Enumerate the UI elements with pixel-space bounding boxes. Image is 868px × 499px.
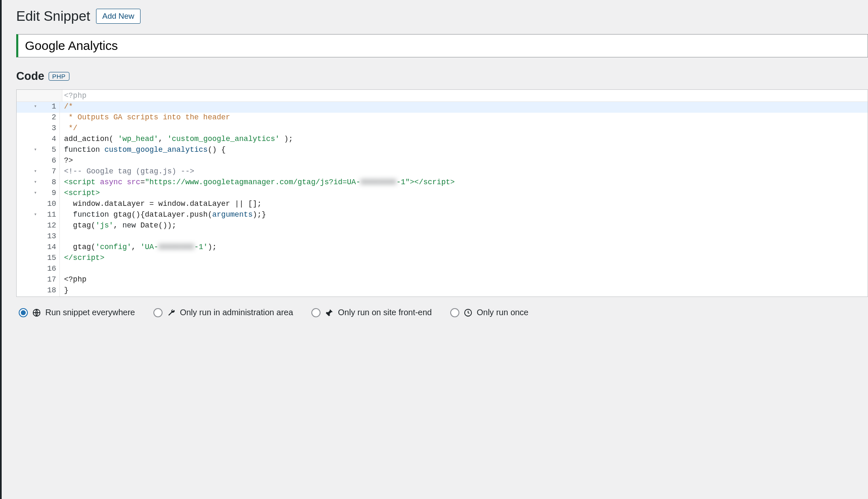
code-line[interactable]: 18} bbox=[17, 286, 868, 296]
run-option-label: Only run on site front-end bbox=[338, 308, 432, 317]
line-content[interactable]: window.dataLayer = window.dataLayer || [… bbox=[62, 199, 261, 210]
fold-gutter bbox=[28, 232, 42, 242]
line-content[interactable]: </script> bbox=[62, 253, 104, 264]
line-number: 3 bbox=[42, 124, 60, 134]
line-content[interactable]: /* bbox=[62, 102, 73, 113]
line-content[interactable]: function custom_google_analytics() { bbox=[62, 145, 226, 156]
code-line[interactable]: 14 gtag('config', 'UA-XXXXXXXX-1'); bbox=[17, 242, 868, 253]
code-line[interactable]: 12 gtag('js', new Date()); bbox=[17, 221, 868, 232]
clock-icon bbox=[464, 308, 473, 317]
code-section-label: Code bbox=[16, 70, 44, 83]
code-line[interactable]: 6?> bbox=[17, 156, 868, 167]
line-content[interactable]: <script async src="https://www.googletag… bbox=[62, 178, 455, 188]
wrench-icon bbox=[167, 308, 176, 317]
code-line[interactable]: 13 bbox=[17, 232, 868, 242]
fold-gutter[interactable]: ▾ bbox=[28, 145, 42, 156]
code-line[interactable]: ▾7<!-- Google tag (gtag.js) --> bbox=[17, 167, 868, 178]
run-location-options: Run snippet everywhereOnly run in admini… bbox=[16, 297, 868, 319]
globe-icon bbox=[32, 308, 41, 317]
code-line[interactable]: 2 * Outputs GA scripts into the header bbox=[17, 113, 868, 124]
code-line[interactable]: ▾5function custom_google_analytics() { bbox=[17, 145, 868, 156]
fold-gutter bbox=[28, 275, 42, 286]
line-content[interactable]: ?> bbox=[62, 156, 73, 167]
line-number: 4 bbox=[42, 134, 60, 145]
code-line[interactable]: 4add_action( 'wp_head', 'custom_google_a… bbox=[17, 134, 868, 145]
code-line[interactable]: ▾1/* bbox=[17, 102, 868, 113]
line-content[interactable]: function gtag(){dataLayer.push(arguments… bbox=[62, 210, 266, 221]
line-number: 1 bbox=[42, 102, 60, 113]
radio-icon[interactable] bbox=[311, 308, 321, 317]
fold-gutter bbox=[28, 134, 42, 145]
fold-gutter bbox=[28, 221, 42, 232]
code-line[interactable]: 3 */ bbox=[17, 124, 868, 134]
code-line[interactable]: 10 window.dataLayer = window.dataLayer |… bbox=[17, 199, 868, 210]
run-option-clock[interactable]: Only run once bbox=[450, 308, 529, 317]
line-number: 9 bbox=[42, 188, 60, 199]
fold-gutter bbox=[28, 264, 42, 275]
fold-gutter bbox=[28, 242, 42, 253]
fold-gutter[interactable]: ▾ bbox=[28, 210, 42, 221]
line-number: 10 bbox=[42, 199, 60, 210]
radio-icon[interactable] bbox=[450, 308, 459, 317]
code-line[interactable]: 17<?php bbox=[17, 275, 868, 286]
line-number: 5 bbox=[42, 145, 60, 156]
line-number: 14 bbox=[42, 242, 60, 253]
fold-gutter[interactable]: ▾ bbox=[28, 102, 42, 113]
line-content[interactable] bbox=[62, 264, 64, 275]
radio-icon[interactable] bbox=[153, 308, 163, 317]
fold-gutter bbox=[28, 113, 42, 124]
run-option-label: Only run in administration area bbox=[180, 308, 293, 317]
code-section-header: Code PHP bbox=[16, 70, 868, 83]
fold-gutter bbox=[28, 199, 42, 210]
line-number: 2 bbox=[42, 113, 60, 124]
line-content[interactable] bbox=[62, 232, 64, 242]
run-option-globe[interactable]: Run snippet everywhere bbox=[19, 308, 135, 317]
php-open-tag-hint: <?php bbox=[62, 90, 88, 101]
code-line[interactable]: 15</script> bbox=[17, 253, 868, 264]
fold-gutter bbox=[28, 156, 42, 167]
fold-gutter bbox=[28, 124, 42, 134]
code-line[interactable]: ▾11 function gtag(){dataLayer.push(argum… bbox=[17, 210, 868, 221]
fold-gutter[interactable]: ▾ bbox=[28, 167, 42, 178]
code-line[interactable]: ▾9<script> bbox=[17, 188, 868, 199]
run-option-label: Run snippet everywhere bbox=[45, 308, 135, 317]
line-content[interactable]: add_action( 'wp_head', 'custom_google_an… bbox=[62, 134, 293, 145]
code-line[interactable]: 16 bbox=[17, 264, 868, 275]
run-option-pin[interactable]: Only run on site front-end bbox=[311, 308, 432, 317]
line-number: 8 bbox=[42, 178, 60, 188]
line-number: 6 bbox=[42, 156, 60, 167]
line-content[interactable]: */ bbox=[62, 124, 77, 134]
fold-gutter bbox=[28, 286, 42, 296]
line-number: 12 bbox=[42, 221, 60, 232]
line-content[interactable]: <!-- Google tag (gtag.js) --> bbox=[62, 167, 194, 178]
line-content[interactable]: <?php bbox=[62, 275, 86, 286]
line-number: 11 bbox=[42, 210, 60, 221]
snippet-title-input[interactable] bbox=[16, 34, 868, 57]
code-line[interactable]: ▾8<script async src="https://www.googlet… bbox=[17, 178, 868, 188]
run-option-wrench[interactable]: Only run in administration area bbox=[153, 308, 293, 317]
line-content[interactable]: * Outputs GA scripts into the header bbox=[62, 113, 230, 124]
line-number: 15 bbox=[42, 253, 60, 264]
add-new-button[interactable]: Add New bbox=[96, 9, 141, 24]
fold-gutter[interactable]: ▾ bbox=[28, 188, 42, 199]
line-content[interactable]: gtag('js', new Date()); bbox=[62, 221, 176, 232]
page-header: Edit Snippet Add New bbox=[16, 8, 868, 24]
line-number: 7 bbox=[42, 167, 60, 178]
page-title: Edit Snippet bbox=[16, 8, 90, 24]
line-number: 13 bbox=[42, 232, 60, 242]
run-option-label: Only run once bbox=[477, 308, 529, 317]
line-content[interactable]: gtag('config', 'UA-XXXXXXXX-1'); bbox=[62, 242, 217, 253]
line-content[interactable]: <script> bbox=[62, 188, 100, 199]
language-badge: PHP bbox=[49, 72, 69, 81]
line-content[interactable]: } bbox=[62, 286, 69, 296]
line-number: 16 bbox=[42, 264, 60, 275]
fold-gutter bbox=[28, 253, 42, 264]
pin-icon bbox=[325, 308, 334, 317]
fold-gutter[interactable]: ▾ bbox=[28, 178, 42, 188]
line-number: 18 bbox=[42, 286, 60, 296]
code-editor[interactable]: <?php ▾1/*2 * Outputs GA scripts into th… bbox=[16, 89, 868, 297]
line-number: 17 bbox=[42, 275, 60, 286]
radio-icon[interactable] bbox=[19, 308, 28, 317]
